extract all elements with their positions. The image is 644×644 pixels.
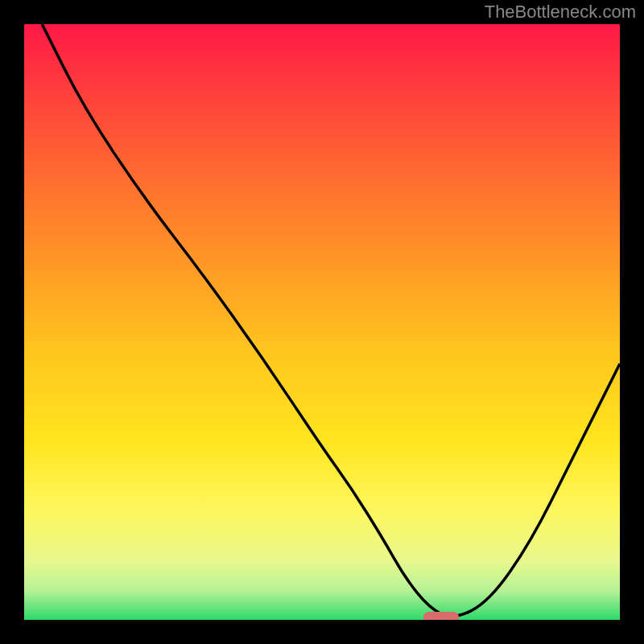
- watermark-text: TheBottleneck.com: [485, 2, 636, 23]
- bottleneck-chart: TheBottleneck.com: [0, 0, 644, 644]
- axis-bottom-border: [0, 620, 644, 644]
- plot-background: [24, 24, 620, 620]
- chart-svg: [0, 0, 644, 644]
- axis-left-border: [0, 0, 24, 644]
